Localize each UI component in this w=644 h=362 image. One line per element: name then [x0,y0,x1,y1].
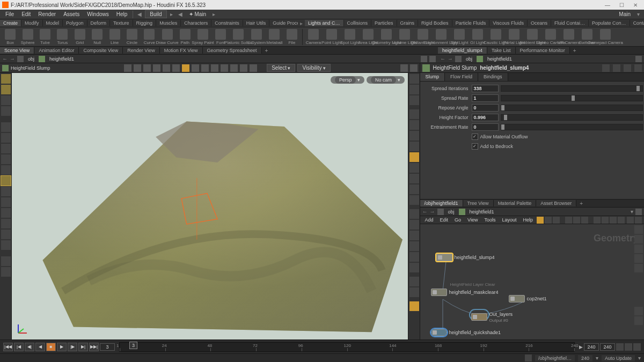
shelf-tab[interactable]: Characters [181,20,211,26]
net-menu-help[interactable]: Help [520,217,536,223]
shelf-tool[interactable]: Spray Paint [194,29,211,45]
height-factor-slider[interactable] [501,114,643,121]
shelf-tab[interactable]: Lights and C… [305,20,344,26]
shelf-tool[interactable]: Metaball [266,29,282,45]
net-tool-icon[interactable] [573,217,580,224]
pane-tab[interactable]: Material Palette [494,200,537,206]
vp-tool-icon[interactable] [410,64,418,72]
view-tool-icon[interactable] [1,85,11,94]
shelf-tool[interactable]: Box [2,29,18,45]
shelf-tab[interactable]: Rigid Bodies [418,20,452,26]
current-frame-field[interactable]: 3 [100,343,115,351]
shelf-tab[interactable]: Particles [371,20,397,26]
display-tool-icon[interactable] [409,152,419,162]
add-pane-tab[interactable]: + [576,200,586,207]
maximize-button[interactable]: ☐ [615,1,628,9]
shelf-tab[interactable]: Texture [110,20,133,26]
vp-tool-icon[interactable] [124,64,131,72]
display-tool-icon[interactable] [409,174,419,183]
current-tool-icon[interactable] [1,176,11,186]
obj-icon[interactable] [437,209,444,215]
net-display-icon[interactable] [634,235,643,243]
pane-tab[interactable]: Geometry Spreadsheet [203,47,262,54]
obj-icon[interactable] [455,56,462,62]
frame-first-button[interactable]: |◀◀ [3,343,13,351]
vp-tool-icon[interactable] [172,64,180,72]
shelf-tool[interactable]: L-System [248,29,265,45]
add-pane-tab[interactable]: + [570,47,580,54]
vp-tool-icon[interactable] [250,64,257,72]
frame-next-key-button[interactable]: ▶| [78,343,88,351]
network-view[interactable]: Geometry [420,224,644,339]
vp-tool-icon[interactable] [192,64,199,72]
desktop-selector[interactable]: Build [145,10,166,18]
status-path[interactable]: /obj/heightfiel… [535,355,575,361]
display-tool-icon[interactable] [409,209,419,219]
forward-icon[interactable]: → [448,56,453,62]
pane-tab[interactable]: Take List [487,47,516,54]
vp-tool-icon[interactable] [182,64,189,72]
take-main[interactable]: ✦ Main [186,11,209,18]
tool-icon[interactable] [1,187,11,196]
net-tool-icon[interactable] [565,217,572,224]
vp-tool-icon[interactable] [221,64,228,72]
menu-file[interactable]: File [2,10,17,18]
node-icon[interactable] [39,56,45,62]
node-maskclear[interactable]: HeightField Layer Clear heightfield_mask… [431,289,499,296]
take-main-right[interactable]: Main [616,11,634,18]
select-dropdown[interactable]: Select ▾ [267,64,295,72]
shelf-tool[interactable]: Path [177,29,193,45]
shelf-tab[interactable]: Viscous Fluids [489,20,528,26]
node-quickshade[interactable]: heightfield_quickshade1 [431,329,501,336]
display-tool-icon[interactable] [409,263,419,272]
net-display-icon[interactable] [634,307,643,315]
shelf-tool[interactable]: Sky Light [451,29,468,45]
display-tool-icon[interactable] [409,220,419,230]
shelf-tool[interactable]: Spot Light [341,29,358,45]
shelf-tab[interactable]: Modify [21,20,43,26]
net-tool-icon[interactable] [594,217,601,224]
view-tool-icon[interactable] [1,95,11,105]
node-icon[interactable] [459,209,465,215]
menu-windows[interactable]: Windows [84,10,112,18]
menu-render[interactable]: Render [35,10,59,18]
pin-icon[interactable] [421,56,427,62]
path-obj[interactable]: obj [464,56,474,62]
pane-tab[interactable]: Motion FX View [160,47,203,54]
pane-tab[interactable]: heightfield_slump4 [438,47,487,54]
scale-tool-icon[interactable] [1,154,11,164]
path-node[interactable]: heightfield1 [47,56,76,62]
allow-outflow-checkbox[interactable]: ✓ [472,134,478,140]
display-tool-icon[interactable] [409,142,419,151]
shelf-tab[interactable]: Collisions [344,20,372,26]
frame-forward-button[interactable]: |▶ [68,343,77,351]
net-tool-icon[interactable] [618,217,625,224]
shelf-tool[interactable]: Null [89,29,105,45]
shelf-tab[interactable]: Rigging [133,20,157,26]
net-tool-icon[interactable] [537,217,544,224]
chat-icon[interactable] [525,354,532,361]
tool-icon[interactable] [1,165,11,175]
net-menu-view[interactable]: View [465,217,480,223]
select-tool-icon[interactable] [1,122,11,132]
shelf-tab[interactable]: Container Tools [630,20,644,26]
display-tool-icon[interactable] [409,231,419,240]
shelf-tool[interactable]: Gamepad Camera [597,29,614,45]
view-tool-icon[interactable] [1,106,11,116]
shelf-tab[interactable]: Guide Process [269,20,298,26]
view-tool-icon[interactable] [1,74,11,84]
spread-rate-slider[interactable] [501,95,643,101]
tool-icon[interactable] [1,208,11,218]
pin-icon[interactable] [635,209,642,215]
shelf-tool[interactable]: Draw Curve [159,29,176,45]
vp-tool-icon[interactable] [230,64,238,72]
display-tool-icon[interactable] [409,252,419,262]
pane-tab[interactable]: /obj/heightfield1 [420,200,463,206]
repose-angle-field[interactable]: 0 [472,104,499,112]
play-reverse-button[interactable]: ◀ [35,343,45,351]
lock-icon[interactable] [409,95,419,105]
node-out[interactable]: Out_layersOutput #0 [471,311,513,323]
vp-tool-icon[interactable] [163,64,170,72]
node-cop2net[interactable]: cop2net1 [509,295,547,302]
menu-help[interactable]: Help [113,10,131,18]
